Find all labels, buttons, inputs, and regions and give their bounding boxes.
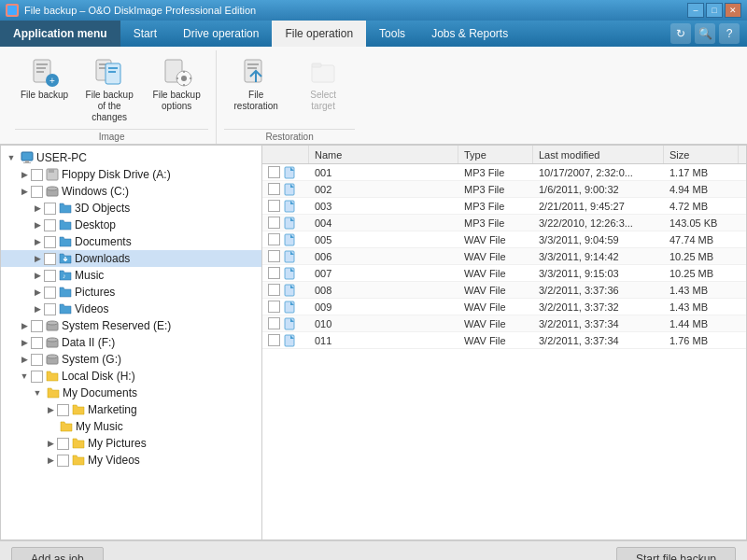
expand-music[interactable]: ▶: [31, 269, 44, 282]
check-3d-objects[interactable]: [44, 203, 56, 215]
tree-node-documents[interactable]: ▶ Documents: [1, 233, 261, 250]
file-checkbox[interactable]: [268, 200, 280, 212]
jobs-reports-menu-item[interactable]: Jobs & Reports: [418, 21, 521, 47]
check-my-videos[interactable]: [57, 455, 69, 467]
file-checkbox[interactable]: [268, 301, 280, 313]
tree-node-system-g[interactable]: ▶ System (G:): [1, 351, 261, 368]
file-row-check[interactable]: [262, 183, 309, 196]
tree-node-desktop[interactable]: ▶ Desktop: [1, 217, 261, 233]
expand-system-g[interactable]: ▶: [18, 353, 31, 366]
file-checkbox[interactable]: [268, 183, 280, 195]
check-data-ii[interactable]: [31, 337, 43, 349]
help-icon[interactable]: ?: [719, 23, 740, 44]
tree-node-system-reserved[interactable]: ▶ System Reserved (E:): [1, 317, 261, 334]
expand-my-documents[interactable]: ▼: [31, 386, 44, 399]
expand-floppy[interactable]: ▶: [18, 168, 31, 181]
maximize-button[interactable]: □: [706, 3, 723, 18]
tree-node-my-videos[interactable]: ▶ My Videos: [1, 452, 261, 469]
close-button[interactable]: ✕: [725, 3, 741, 18]
tree-node-3d-objects[interactable]: ▶ 3D Objects: [1, 200, 261, 217]
file-checkbox[interactable]: [268, 317, 280, 329]
check-marketing[interactable]: [57, 404, 69, 416]
expand-my-pictures[interactable]: ▶: [44, 437, 57, 450]
check-system-reserved[interactable]: [31, 320, 43, 332]
check-pictures[interactable]: [44, 287, 56, 299]
file-checkbox[interactable]: [268, 250, 280, 262]
tree-node-downloads[interactable]: ▶ Downloads: [1, 250, 261, 267]
tree-node-local-disk-h[interactable]: ▼ Local Disk (H:): [1, 368, 261, 385]
file-row-check[interactable]: [262, 267, 309, 280]
file-backup-options-button[interactable]: File backup options: [145, 54, 208, 116]
expand-downloads[interactable]: ▶: [31, 252, 44, 265]
expand-local-disk-h[interactable]: ▼: [18, 370, 31, 383]
tree-node-my-pictures[interactable]: ▶ My Pictures: [1, 435, 261, 452]
start-menu-item[interactable]: Start: [120, 21, 170, 47]
search-icon[interactable]: 🔍: [695, 23, 715, 44]
check-music[interactable]: [44, 270, 56, 282]
tree-node-floppy[interactable]: ▶ Floppy Disk Drive (A:): [1, 166, 261, 183]
check-windows-c[interactable]: [31, 186, 43, 198]
tree-node-music[interactable]: ▶ ♪ Music: [1, 267, 261, 284]
file-checkbox[interactable]: [268, 267, 280, 279]
expand-user-pc[interactable]: ▼: [5, 151, 18, 164]
tree-node-videos[interactable]: ▶ Videos: [1, 301, 261, 317]
col-header-size[interactable]: Size: [664, 146, 739, 163]
file-row-check[interactable]: [262, 200, 309, 213]
table-row[interactable]: 002 MP3 File 1/6/2011, 9:00:32 4.94 MB: [262, 181, 746, 198]
expand-my-videos[interactable]: ▶: [44, 454, 57, 467]
table-row[interactable]: 008 WAV File 3/2/2011, 3:37:36 1.43 MB: [262, 282, 746, 299]
file-row-check[interactable]: [262, 317, 309, 330]
tree-node-data-ii[interactable]: ▶ Data II (F:): [1, 334, 261, 351]
check-system-g[interactable]: [31, 354, 43, 366]
check-floppy[interactable]: [31, 169, 43, 181]
file-checkbox[interactable]: [268, 233, 280, 245]
file-checkbox[interactable]: [268, 166, 280, 178]
file-checkbox[interactable]: [268, 284, 280, 296]
tree-node-user-pc[interactable]: ▼ USER-PC: [1, 149, 261, 166]
file-row-check[interactable]: [262, 166, 309, 179]
file-row-check[interactable]: [262, 334, 309, 347]
add-as-job-button[interactable]: Add as job: [11, 547, 104, 561]
tree-node-windows-c[interactable]: ▶ Windows (C:): [1, 183, 261, 200]
file-row-check[interactable]: [262, 284, 309, 297]
check-desktop[interactable]: [44, 219, 56, 231]
col-header-type[interactable]: Type: [458, 146, 533, 163]
expand-documents[interactable]: ▶: [31, 235, 44, 248]
file-backup-changes-button[interactable]: File backup of the changes: [78, 54, 141, 127]
file-row-check[interactable]: [262, 217, 309, 230]
check-videos[interactable]: [44, 303, 56, 315]
expand-my-music[interactable]: [44, 420, 57, 433]
table-row[interactable]: 006 WAV File 3/3/2011, 9:14:42 10.25 MB: [262, 248, 746, 265]
tree-node-marketing[interactable]: ▶ Marketing: [1, 401, 261, 418]
table-row[interactable]: 004 MP3 File 3/22/2010, 12:26:3... 143.0…: [262, 215, 746, 231]
table-row[interactable]: 001 MP3 File 10/17/2007, 2:32:0... 1.17 …: [262, 164, 746, 181]
minimize-button[interactable]: –: [687, 3, 704, 18]
table-row[interactable]: 003 MP3 File 2/21/2011, 9:45:27 4.72 MB: [262, 198, 746, 215]
table-row[interactable]: 007 WAV File 3/3/2011, 9:15:03 10.25 MB: [262, 265, 746, 282]
file-row-check[interactable]: [262, 301, 309, 314]
file-backup-button[interactable]: + File backup: [15, 54, 74, 105]
tree-node-pictures[interactable]: ▶ Pictures: [1, 284, 261, 301]
select-target-button[interactable]: Select target: [291, 54, 355, 116]
expand-windows-c[interactable]: ▶: [18, 185, 31, 198]
file-operation-menu-item[interactable]: File operation: [272, 21, 366, 47]
file-checkbox[interactable]: [268, 217, 280, 229]
check-local-disk-h[interactable]: [31, 371, 43, 383]
check-downloads[interactable]: [44, 253, 56, 265]
table-row[interactable]: 009 WAV File 3/2/2011, 3:37:32 1.43 MB: [262, 299, 746, 315]
table-row[interactable]: 011 WAV File 3/2/2011, 3:37:34 1.76 MB: [262, 332, 746, 349]
table-row[interactable]: 010 WAV File 3/2/2011, 3:37:34 1.44 MB: [262, 315, 746, 332]
expand-desktop[interactable]: ▶: [31, 218, 44, 231]
tools-menu-item[interactable]: Tools: [366, 21, 418, 47]
file-row-check[interactable]: [262, 233, 309, 246]
expand-system-reserved[interactable]: ▶: [18, 319, 31, 332]
tree-node-my-documents[interactable]: ▼ My Documents: [1, 385, 261, 401]
file-checkbox[interactable]: [268, 334, 280, 346]
app-menu-item[interactable]: Application menu: [0, 21, 120, 47]
tree-node-my-music[interactable]: My Music: [1, 418, 261, 435]
drive-operation-menu-item[interactable]: Drive operation: [170, 21, 272, 47]
file-row-check[interactable]: [262, 250, 309, 263]
expand-3d-objects[interactable]: ▶: [31, 202, 44, 215]
expand-videos[interactable]: ▶: [31, 302, 44, 315]
expand-data-ii[interactable]: ▶: [18, 336, 31, 349]
